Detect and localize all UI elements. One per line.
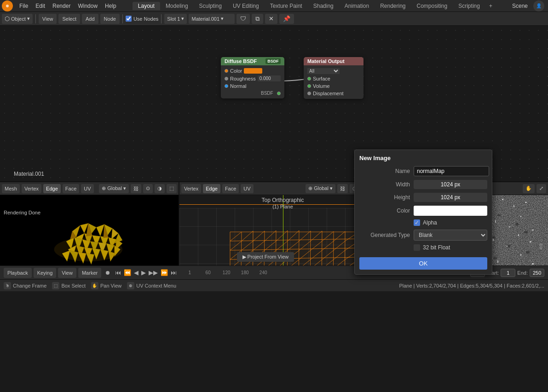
uv-uv-btn[interactable]: UV bbox=[241, 184, 253, 193]
global-dropdown-3d[interactable]: ⊕ Global ▾ bbox=[99, 184, 129, 193]
scale-arrows[interactable]: ⇕ bbox=[537, 242, 544, 252]
record-dot bbox=[106, 271, 110, 275]
roughness-socket[interactable] bbox=[225, 77, 228, 81]
tab-modeling[interactable]: Modeling bbox=[160, 2, 194, 10]
material-pin-btn[interactable]: 📌 bbox=[279, 14, 294, 24]
mesh-btn[interactable]: Mesh bbox=[2, 184, 20, 193]
material-shield-btn[interactable]: 🛡 bbox=[237, 14, 250, 24]
blender-logo bbox=[2, 0, 13, 12]
volume-socket[interactable] bbox=[307, 84, 311, 88]
jump-end-btn[interactable]: ⏭ bbox=[170, 268, 178, 277]
tab-uv-editing[interactable]: UV Editing bbox=[227, 2, 265, 10]
svg-rect-318 bbox=[494, 257, 497, 259]
3d-viewport-content[interactable]: Rendering Done bbox=[0, 195, 179, 265]
uv-context-status: ⊕ UV Context Menu bbox=[127, 282, 176, 289]
next-frame-btn[interactable]: ▶▶ bbox=[148, 268, 159, 277]
use-nodes-toggle[interactable]: Use Nodes bbox=[126, 16, 158, 22]
normal-socket[interactable] bbox=[225, 84, 228, 88]
mouse-icon: 🖱 bbox=[4, 282, 11, 289]
color-swatch[interactable] bbox=[244, 68, 262, 74]
roughness-input[interactable] bbox=[258, 75, 281, 81]
output-dropdown-row[interactable]: All bbox=[304, 67, 363, 75]
tab-layout[interactable]: Layout bbox=[133, 2, 160, 10]
jump-start-btn[interactable]: ⏮ bbox=[114, 268, 122, 277]
tab-shading[interactable]: Shading bbox=[308, 2, 339, 10]
float32-checkbox[interactable] bbox=[414, 244, 420, 251]
box-select-status: ⬚ Box Select bbox=[52, 282, 86, 289]
top-menu-bar: File Edit Render Window Help Layout Mode… bbox=[0, 0, 548, 12]
color-output-socket[interactable] bbox=[225, 69, 228, 73]
use-nodes-checkbox[interactable] bbox=[126, 16, 132, 22]
tab-sculpting[interactable]: Sculpting bbox=[194, 2, 227, 10]
start-frame-input[interactable] bbox=[501, 269, 515, 277]
texture-hand-tool[interactable]: ✋ bbox=[523, 184, 535, 193]
material-dropdown[interactable]: Material.001 ▾ bbox=[189, 14, 235, 24]
tab-texture-paint[interactable]: Texture Paint bbox=[265, 2, 308, 10]
svg-rect-233 bbox=[520, 216, 521, 217]
user-avatar[interactable]: 👤 bbox=[533, 0, 544, 12]
marker-btn[interactable]: Marker bbox=[78, 268, 101, 278]
height-input[interactable]: 1024 px bbox=[414, 193, 487, 202]
diffuse-bsdf-node[interactable]: Diffuse BSDF BSDF Color Roughness Normal… bbox=[221, 57, 284, 98]
width-input[interactable]: 1024 px bbox=[414, 180, 487, 189]
menu-file[interactable]: File bbox=[16, 2, 32, 10]
add-workspace-btn[interactable]: + bbox=[485, 2, 496, 10]
name-input[interactable] bbox=[414, 166, 489, 176]
slot-dropdown[interactable]: Slot 1 ▾ bbox=[164, 14, 187, 24]
select-menu-btn[interactable]: Select bbox=[58, 14, 80, 24]
alpha-checkbox[interactable]: ✓ bbox=[414, 219, 420, 226]
next-key-btn[interactable]: ⏩ bbox=[160, 268, 169, 277]
vertex-mode-btn[interactable]: Vertex bbox=[22, 184, 41, 193]
material-output-node[interactable]: Material Output All Surface Volume Displ… bbox=[304, 57, 363, 99]
status-bar: 🖱 Change Frame ⬚ Box Select ✋ Pan View ⊕… bbox=[0, 279, 548, 291]
svg-rect-221 bbox=[513, 205, 514, 207]
tab-rendering[interactable]: Rendering bbox=[375, 2, 411, 10]
view-btn[interactable]: View bbox=[58, 268, 76, 278]
uv-edge-btn[interactable]: Edge bbox=[203, 184, 220, 193]
menu-edit[interactable]: Edit bbox=[32, 2, 49, 10]
menu-window[interactable]: Window bbox=[74, 2, 101, 10]
left-3d-viewport[interactable]: Mesh Vertex Edge Face UV ⊕ Global ▾ ⛓ ⊙ … bbox=[0, 182, 179, 265]
texture-zoom-fit[interactable]: ⤢ bbox=[536, 184, 546, 193]
diffuse-node-body: Color Roughness Normal BSDF bbox=[221, 65, 284, 98]
dialog-title: New Image bbox=[359, 155, 487, 161]
generated-type-select[interactable]: Blank UV Grid Color Grid bbox=[414, 230, 487, 241]
face-mode-btn[interactable]: Face bbox=[63, 184, 79, 193]
overlay-btn[interactable]: ◑ bbox=[155, 184, 165, 193]
material-close-btn[interactable]: ✕ bbox=[265, 14, 277, 24]
playback-btn[interactable]: Playback bbox=[4, 268, 32, 278]
play-btn[interactable]: ▶ bbox=[140, 268, 147, 277]
uv-face-btn[interactable]: Face bbox=[222, 184, 239, 193]
prev-frame-btn[interactable]: ◀ bbox=[133, 268, 139, 277]
tab-animation[interactable]: Animation bbox=[339, 2, 375, 10]
svg-rect-301 bbox=[497, 214, 501, 216]
all-dropdown[interactable]: All bbox=[307, 68, 340, 74]
editor-type-dropdown[interactable]: ⬡ Object ▾ bbox=[2, 14, 33, 24]
xray-btn[interactable]: ⬚ bbox=[167, 184, 177, 193]
displacement-socket[interactable] bbox=[307, 92, 311, 95]
edge-mode-btn[interactable]: Edge bbox=[43, 184, 61, 193]
uv-vertex-btn[interactable]: Vertex bbox=[181, 184, 201, 193]
color-picker[interactable] bbox=[414, 206, 487, 216]
keying-btn[interactable]: Keying bbox=[34, 268, 57, 278]
prev-key-btn[interactable]: ⏪ bbox=[123, 268, 132, 277]
view-menu-btn[interactable]: View bbox=[39, 14, 57, 24]
frame-1: 1 bbox=[180, 270, 199, 275]
material-copy-btn[interactable]: ⧉ bbox=[252, 14, 263, 24]
proportional-btn[interactable]: ⊙ bbox=[143, 184, 153, 193]
node-menu-btn[interactable]: Node bbox=[100, 14, 120, 24]
project-from-view-btn[interactable]: ▶ Project From View bbox=[237, 252, 294, 262]
bsdf-output-socket[interactable] bbox=[277, 92, 281, 95]
tab-compositing[interactable]: Compositing bbox=[411, 2, 453, 10]
uv-global-dropdown[interactable]: ⊕ Global ▾ bbox=[306, 184, 335, 193]
menu-render[interactable]: Render bbox=[49, 2, 74, 10]
snap-btn[interactable]: ⛓ bbox=[131, 184, 141, 193]
add-menu-btn[interactable]: Add bbox=[82, 14, 98, 24]
surface-socket[interactable] bbox=[307, 77, 311, 81]
menu-help[interactable]: Help bbox=[101, 2, 120, 10]
tab-scripting[interactable]: Scripting bbox=[453, 2, 485, 10]
uv-mode-btn[interactable]: UV bbox=[81, 184, 93, 193]
uv-snap-btn[interactable]: ⛓ bbox=[337, 184, 348, 193]
ok-button[interactable]: OK bbox=[359, 257, 487, 270]
end-frame-input[interactable] bbox=[530, 269, 544, 277]
